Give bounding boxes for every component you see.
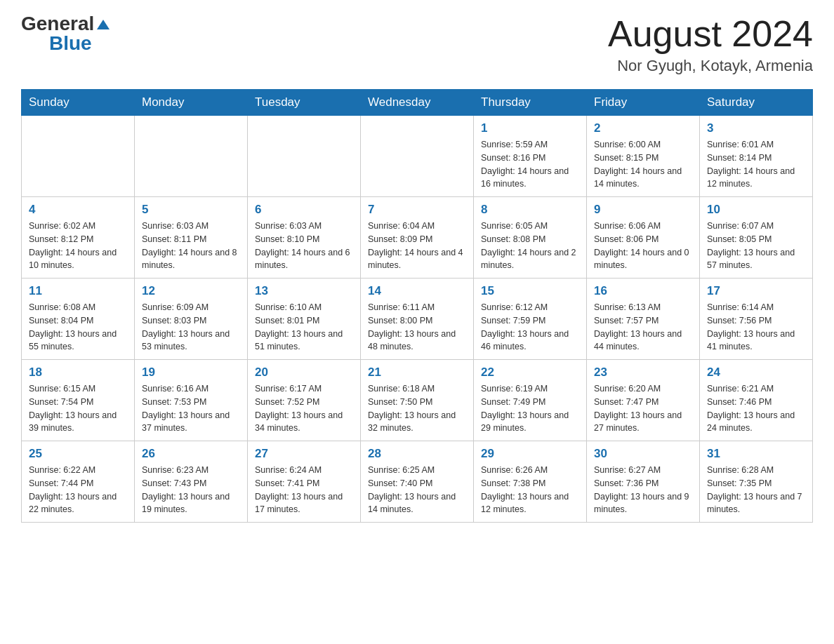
calendar-cell: 12Sunrise: 6:09 AM Sunset: 8:03 PM Dayli… [135, 279, 248, 360]
calendar-cell: 31Sunrise: 6:28 AM Sunset: 7:35 PM Dayli… [700, 441, 813, 523]
day-info: Sunrise: 6:03 AM Sunset: 8:10 PM Dayligh… [255, 220, 353, 272]
calendar-cell: 17Sunrise: 6:14 AM Sunset: 7:56 PM Dayli… [700, 279, 813, 360]
day-info: Sunrise: 6:20 AM Sunset: 7:47 PM Dayligh… [594, 382, 692, 435]
day-info: Sunrise: 6:16 AM Sunset: 7:53 PM Dayligh… [142, 382, 240, 435]
day-number: 16 [594, 284, 692, 298]
weekday-header-thursday: Thursday [474, 90, 587, 116]
day-number: 7 [368, 203, 466, 217]
location-title: Nor Gyugh, Kotayk, Armenia [608, 57, 813, 75]
day-number: 22 [481, 365, 579, 380]
day-info: Sunrise: 6:11 AM Sunset: 8:00 PM Dayligh… [368, 301, 466, 354]
day-info: Sunrise: 6:08 AM Sunset: 8:04 PM Dayligh… [29, 301, 127, 354]
logo-triangle-icon [97, 20, 110, 29]
day-number: 25 [29, 447, 127, 461]
calendar-cell: 26Sunrise: 6:23 AM Sunset: 7:43 PM Dayli… [135, 441, 248, 523]
day-info: Sunrise: 6:14 AM Sunset: 7:56 PM Dayligh… [707, 301, 805, 354]
calendar-cell: 1Sunrise: 5:59 AM Sunset: 8:16 PM Daylig… [474, 116, 587, 197]
calendar-cell: 30Sunrise: 6:27 AM Sunset: 7:36 PM Dayli… [587, 441, 700, 523]
day-info: Sunrise: 6:06 AM Sunset: 8:06 PM Dayligh… [594, 220, 692, 272]
day-number: 26 [142, 447, 240, 461]
day-number: 18 [29, 365, 127, 380]
weekday-header-friday: Friday [587, 90, 700, 116]
day-info: Sunrise: 5:59 AM Sunset: 8:16 PM Dayligh… [481, 138, 579, 191]
calendar-week-4: 18Sunrise: 6:15 AM Sunset: 7:54 PM Dayli… [22, 360, 813, 441]
day-number: 23 [594, 365, 692, 380]
calendar-cell: 24Sunrise: 6:21 AM Sunset: 7:46 PM Dayli… [700, 360, 813, 441]
calendar-cell: 16Sunrise: 6:13 AM Sunset: 7:57 PM Dayli… [587, 279, 700, 360]
day-number: 15 [481, 284, 579, 298]
day-number: 6 [255, 203, 353, 217]
day-number: 19 [142, 365, 240, 380]
calendar-cell: 21Sunrise: 6:18 AM Sunset: 7:50 PM Dayli… [361, 360, 474, 441]
calendar-cell: 20Sunrise: 6:17 AM Sunset: 7:52 PM Dayli… [248, 360, 361, 441]
month-title: August 2024 [608, 14, 813, 54]
day-number: 10 [707, 203, 805, 217]
calendar-cell [22, 116, 135, 197]
calendar-cell: 5Sunrise: 6:03 AM Sunset: 8:11 PM Daylig… [135, 197, 248, 279]
day-info: Sunrise: 6:01 AM Sunset: 8:14 PM Dayligh… [707, 138, 805, 191]
page-header: General Blue August 2024 Nor Gyugh, Kota… [21, 14, 813, 75]
weekday-header-wednesday: Wednesday [361, 90, 474, 116]
weekday-header-row: SundayMondayTuesdayWednesdayThursdayFrid… [22, 90, 813, 116]
day-info: Sunrise: 6:18 AM Sunset: 7:50 PM Dayligh… [368, 382, 466, 435]
day-info: Sunrise: 6:26 AM Sunset: 7:38 PM Dayligh… [481, 464, 579, 516]
day-number: 17 [707, 284, 805, 298]
calendar-cell: 9Sunrise: 6:06 AM Sunset: 8:06 PM Daylig… [587, 197, 700, 279]
day-number: 4 [29, 203, 127, 217]
day-number: 5 [142, 203, 240, 217]
day-number: 31 [707, 447, 805, 461]
calendar-cell: 7Sunrise: 6:04 AM Sunset: 8:09 PM Daylig… [361, 197, 474, 279]
calendar-cell: 15Sunrise: 6:12 AM Sunset: 7:59 PM Dayli… [474, 279, 587, 360]
calendar-cell [248, 116, 361, 197]
day-info: Sunrise: 6:19 AM Sunset: 7:49 PM Dayligh… [481, 382, 579, 435]
day-number: 21 [368, 365, 466, 380]
day-info: Sunrise: 6:15 AM Sunset: 7:54 PM Dayligh… [29, 382, 127, 435]
day-info: Sunrise: 6:12 AM Sunset: 7:59 PM Dayligh… [481, 301, 579, 354]
day-info: Sunrise: 6:09 AM Sunset: 8:03 PM Dayligh… [142, 301, 240, 354]
calendar-cell: 14Sunrise: 6:11 AM Sunset: 8:00 PM Dayli… [361, 279, 474, 360]
weekday-header-saturday: Saturday [700, 90, 813, 116]
day-info: Sunrise: 6:21 AM Sunset: 7:46 PM Dayligh… [707, 382, 805, 435]
day-info: Sunrise: 6:28 AM Sunset: 7:35 PM Dayligh… [707, 464, 805, 516]
calendar-cell [361, 116, 474, 197]
calendar-cell: 8Sunrise: 6:05 AM Sunset: 8:08 PM Daylig… [474, 197, 587, 279]
day-number: 30 [594, 447, 692, 461]
day-number: 3 [707, 121, 805, 135]
day-info: Sunrise: 6:22 AM Sunset: 7:44 PM Dayligh… [29, 464, 127, 516]
calendar-cell: 23Sunrise: 6:20 AM Sunset: 7:47 PM Dayli… [587, 360, 700, 441]
calendar-cell: 4Sunrise: 6:02 AM Sunset: 8:12 PM Daylig… [22, 197, 135, 279]
calendar-cell: 28Sunrise: 6:25 AM Sunset: 7:40 PM Dayli… [361, 441, 474, 523]
day-info: Sunrise: 6:07 AM Sunset: 8:05 PM Dayligh… [707, 220, 805, 272]
day-number: 20 [255, 365, 353, 380]
day-number: 29 [481, 447, 579, 461]
calendar-cell: 10Sunrise: 6:07 AM Sunset: 8:05 PM Dayli… [700, 197, 813, 279]
day-info: Sunrise: 6:27 AM Sunset: 7:36 PM Dayligh… [594, 464, 692, 516]
calendar-week-3: 11Sunrise: 6:08 AM Sunset: 8:04 PM Dayli… [22, 279, 813, 360]
calendar-cell: 18Sunrise: 6:15 AM Sunset: 7:54 PM Dayli… [22, 360, 135, 441]
calendar-cell: 2Sunrise: 6:00 AM Sunset: 8:15 PM Daylig… [587, 116, 700, 197]
calendar-cell: 19Sunrise: 6:16 AM Sunset: 7:53 PM Dayli… [135, 360, 248, 441]
weekday-header-monday: Monday [135, 90, 248, 116]
day-number: 11 [29, 284, 127, 298]
day-info: Sunrise: 6:13 AM Sunset: 7:57 PM Dayligh… [594, 301, 692, 354]
calendar-cell: 3Sunrise: 6:01 AM Sunset: 8:14 PM Daylig… [700, 116, 813, 197]
calendar-week-5: 25Sunrise: 6:22 AM Sunset: 7:44 PM Dayli… [22, 441, 813, 523]
day-number: 1 [481, 121, 579, 135]
logo-general-text: General [21, 14, 94, 34]
day-number: 12 [142, 284, 240, 298]
day-info: Sunrise: 6:02 AM Sunset: 8:12 PM Dayligh… [29, 220, 127, 272]
day-info: Sunrise: 6:17 AM Sunset: 7:52 PM Dayligh… [255, 382, 353, 435]
weekday-header-sunday: Sunday [22, 90, 135, 116]
day-info: Sunrise: 6:23 AM Sunset: 7:43 PM Dayligh… [142, 464, 240, 516]
day-info: Sunrise: 6:10 AM Sunset: 8:01 PM Dayligh… [255, 301, 353, 354]
day-number: 9 [594, 203, 692, 217]
logo[interactable]: General Blue [21, 14, 110, 53]
day-number: 27 [255, 447, 353, 461]
day-number: 13 [255, 284, 353, 298]
title-area: August 2024 Nor Gyugh, Kotayk, Armenia [608, 14, 813, 75]
day-number: 24 [707, 365, 805, 380]
weekday-header-tuesday: Tuesday [248, 90, 361, 116]
calendar-cell: 22Sunrise: 6:19 AM Sunset: 7:49 PM Dayli… [474, 360, 587, 441]
day-info: Sunrise: 6:00 AM Sunset: 8:15 PM Dayligh… [594, 138, 692, 191]
day-number: 28 [368, 447, 466, 461]
